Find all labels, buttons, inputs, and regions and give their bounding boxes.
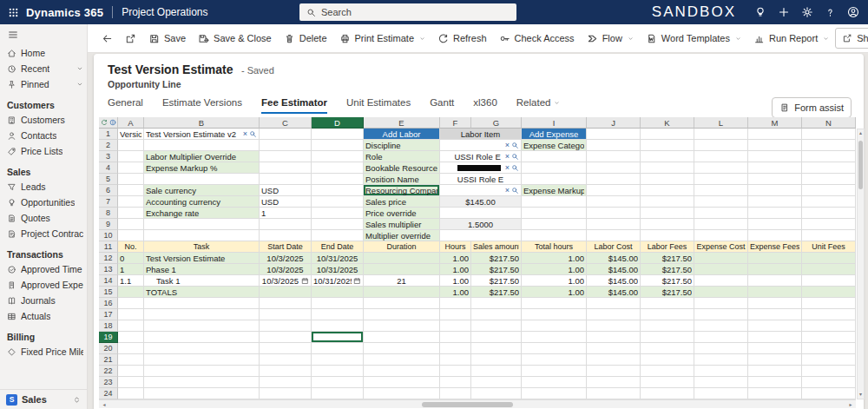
cell-A24[interactable] — [118, 388, 144, 399]
cell-L3[interactable] — [694, 151, 748, 162]
scroll-right-arrow[interactable]: ▸ — [845, 401, 856, 407]
cell-F24[interactable] — [440, 388, 471, 399]
horizontal-scroll-thumb[interactable] — [422, 402, 513, 407]
tab-unit-estimates[interactable]: Unit Estimates — [346, 97, 411, 114]
cell-E11[interactable]: Duration — [364, 241, 440, 253]
grid-select-all-corner[interactable] — [99, 117, 118, 129]
clear-icon[interactable]: × — [505, 163, 510, 172]
cell-M17[interactable] — [748, 309, 802, 320]
cell-B11[interactable]: Task — [144, 241, 260, 253]
cell-B2[interactable] — [144, 140, 260, 151]
cell-N4[interactable] — [802, 162, 856, 174]
search-box[interactable]: Search — [299, 3, 516, 21]
cell-I13[interactable]: 1.00 — [522, 264, 587, 275]
cell-B5[interactable] — [144, 174, 260, 185]
cell-F16[interactable] — [440, 298, 471, 309]
cell-B24[interactable] — [144, 388, 260, 399]
horizontal-scroll-track[interactable] — [109, 400, 845, 408]
row-header-4[interactable]: 4 — [99, 162, 118, 174]
cell-K19[interactable] — [641, 332, 694, 343]
word-templates-button[interactable]: Word Templates — [640, 28, 747, 49]
cell-M23[interactable] — [748, 377, 802, 388]
cell-G24[interactable] — [471, 388, 522, 399]
cell-N7[interactable] — [802, 196, 856, 208]
cell-K21[interactable] — [641, 354, 694, 366]
cell-F23[interactable] — [440, 377, 471, 388]
cell-L2[interactable] — [694, 140, 748, 151]
cell-N5[interactable] — [802, 174, 856, 185]
cell-I15[interactable]: 1.00 — [522, 287, 587, 298]
cell-K13[interactable]: $217.50 — [641, 264, 694, 275]
cell-J16[interactable] — [587, 298, 641, 309]
cell-E3[interactable]: Role — [364, 151, 440, 162]
cell-K18[interactable] — [641, 320, 694, 332]
cell-I17[interactable] — [522, 309, 587, 320]
calendar-icon[interactable] — [301, 277, 309, 285]
cell-I16[interactable] — [522, 298, 587, 309]
cell-N22[interactable] — [802, 366, 856, 377]
cell-D17[interactable] — [312, 309, 364, 320]
cell-D15[interactable] — [312, 287, 364, 298]
cell-F10[interactable] — [440, 230, 522, 241]
cell-K2[interactable] — [641, 140, 694, 151]
cell-N11[interactable]: Unit Fees — [802, 241, 856, 253]
cell-K24[interactable] — [641, 388, 694, 399]
cell-G17[interactable] — [471, 309, 522, 320]
cell-C23[interactable] — [260, 377, 312, 388]
column-header-A[interactable]: A — [118, 117, 144, 129]
cell-M1[interactable] — [748, 129, 802, 140]
cell-N3[interactable] — [802, 151, 856, 162]
cell-E10[interactable]: Multiplier override — [364, 230, 440, 241]
scroll-left-arrow[interactable]: ◂ — [99, 401, 109, 407]
cell-K10[interactable] — [641, 230, 694, 241]
save-close-button[interactable]: Save & Close — [192, 28, 278, 49]
cell-I7[interactable] — [522, 196, 587, 208]
sidebar-item-home[interactable]: Home — [0, 45, 87, 61]
cell-I14[interactable]: 1.00 — [522, 275, 587, 287]
cell-I6[interactable]: Expense Markup % — [522, 185, 587, 196]
cell-C22[interactable] — [260, 366, 312, 377]
lookup-icon[interactable] — [511, 142, 519, 149]
cell-F11[interactable]: Hours — [440, 241, 471, 253]
check-access-button[interactable]: Check Access — [493, 28, 581, 49]
column-header-B[interactable]: B — [144, 117, 260, 129]
cell-M22[interactable] — [748, 366, 802, 377]
cell-F18[interactable] — [440, 320, 471, 332]
cell-N18[interactable] — [802, 320, 856, 332]
column-header-L[interactable]: L — [694, 117, 748, 129]
cell-D1[interactable] — [312, 129, 364, 140]
cell-M8[interactable] — [748, 208, 802, 219]
cell-E15[interactable] — [364, 287, 440, 298]
sidebar-item-contacts[interactable]: Contacts — [0, 128, 87, 143]
cell-C1[interactable] — [260, 129, 312, 140]
cell-B7[interactable]: Accounting currency — [144, 196, 260, 208]
cell-I24[interactable] — [522, 388, 587, 399]
cell-F9[interactable]: 1.5000 — [440, 219, 522, 230]
cell-C6[interactable]: USD — [260, 185, 312, 196]
cell-D18[interactable] — [312, 320, 364, 332]
popout-button[interactable] — [119, 28, 142, 49]
cell-A11[interactable]: No. — [118, 241, 144, 253]
cell-B17[interactable] — [144, 309, 260, 320]
tab-gantt[interactable]: Gantt — [430, 97, 454, 114]
cell-M13[interactable] — [748, 264, 802, 275]
cell-K6[interactable] — [641, 185, 694, 196]
cell-N20[interactable] — [802, 343, 856, 354]
scroll-up-arrow[interactable]: ▴ — [859, 129, 862, 137]
delete-button[interactable]: Delete — [278, 28, 333, 49]
cell-L24[interactable] — [694, 388, 748, 399]
cell-M14[interactable] — [748, 275, 802, 287]
cell-G19[interactable] — [471, 332, 522, 343]
cell-B1[interactable]: Test Version Estimate v2× — [144, 129, 260, 140]
cell-C12[interactable]: 10/3/2025 — [260, 253, 312, 264]
cell-C18[interactable] — [260, 320, 312, 332]
cell-A18[interactable] — [118, 320, 144, 332]
cell-G12[interactable]: $217.50 — [471, 253, 522, 264]
cell-C8[interactable]: 1 — [260, 208, 312, 219]
cell-L1[interactable] — [694, 129, 748, 140]
cell-J9[interactable] — [587, 219, 641, 230]
cell-I2[interactable]: Expense Category — [522, 140, 587, 151]
cell-G23[interactable] — [471, 377, 522, 388]
cell-L8[interactable] — [694, 208, 748, 219]
flow-button[interactable]: Flow — [581, 28, 640, 49]
